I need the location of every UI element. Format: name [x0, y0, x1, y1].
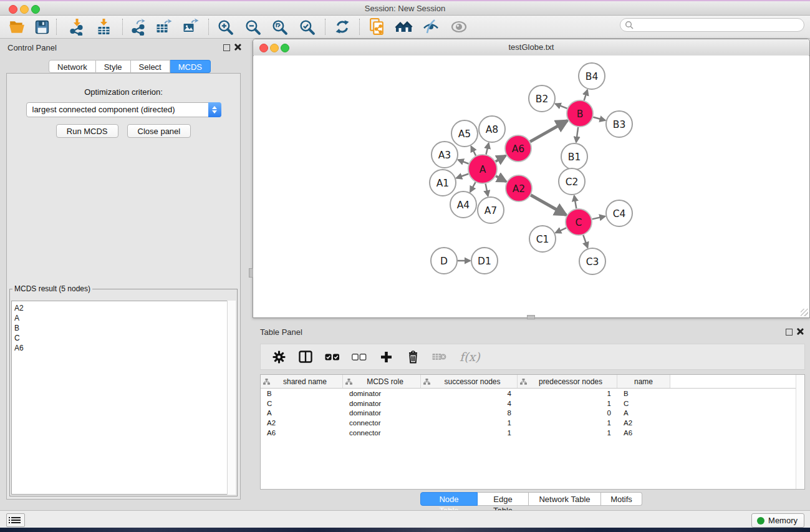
table-cell[interactable]: 4 [421, 390, 518, 397]
graph-edge[interactable] [458, 160, 469, 163]
table-cell[interactable]: A2 [617, 419, 670, 427]
save-session-icon[interactable] [30, 17, 54, 36]
network-canvas[interactable]: AA1A2A3A4A5A6A7A8BB1B2B3B4CC1C2C3C4DD1 [254, 56, 809, 317]
table-cell[interactable]: 1 [518, 390, 617, 397]
resize-gripper[interactable] [801, 309, 808, 316]
criterion-select[interactable]: largest connected component (directed) [26, 102, 221, 117]
import-table-icon[interactable] [92, 17, 115, 36]
mcds-result-list[interactable]: A2ABCA6 [11, 301, 236, 495]
zoom-fit-icon[interactable] [268, 17, 291, 36]
tab-select[interactable]: Select [131, 60, 170, 73]
table-cell[interactable]: 1 [518, 429, 617, 437]
graph-edge[interactable] [574, 196, 576, 209]
result-item[interactable]: A [14, 313, 235, 323]
table-row[interactable]: Bdominator41B [261, 389, 804, 399]
table-cell[interactable]: A [617, 409, 670, 417]
hide-selected-icon[interactable] [419, 17, 443, 36]
table-scrollbar[interactable] [796, 375, 804, 489]
column-header[interactable]: predecessor nodes [518, 375, 617, 388]
table-cell[interactable]: 1 [421, 429, 518, 437]
task-history-button[interactable] [6, 513, 25, 527]
table-cell[interactable]: 1 [421, 419, 518, 427]
run-mcds-button[interactable]: Run MCDS [56, 124, 118, 138]
tab-edge-table[interactable]: Edge Table [478, 492, 529, 506]
table-cell[interactable]: connector [343, 419, 421, 427]
node-table[interactable]: shared nameMCDS rolesuccessor nodesprede… [260, 374, 805, 490]
table-cell[interactable]: C [617, 400, 670, 407]
divider-grip-left[interactable] [249, 268, 253, 278]
tab-node-table[interactable]: Node Table [420, 492, 478, 506]
zoom-out-icon[interactable] [241, 17, 264, 36]
export-image-icon[interactable] [179, 17, 203, 36]
tab-network[interactable]: Network [49, 60, 96, 73]
graph-edge[interactable] [556, 228, 566, 233]
memory-button[interactable]: Memory [751, 513, 804, 528]
tab-style[interactable]: Style [96, 60, 131, 73]
table-row[interactable]: Adominator80A [261, 408, 804, 418]
home-view-icon[interactable] [392, 17, 416, 36]
table-cell[interactable]: 0 [518, 409, 617, 417]
column-header[interactable]: successor nodes [421, 375, 518, 388]
delete-table-icon[interactable] [432, 349, 448, 365]
export-network-icon[interactable] [126, 17, 150, 36]
table-cell[interactable]: 8 [421, 409, 518, 417]
graph-edge[interactable] [583, 235, 587, 248]
search-input[interactable] [634, 20, 804, 30]
graph-edge[interactable] [530, 120, 567, 142]
select-all-icon[interactable] [324, 349, 340, 365]
graph-edge[interactable] [576, 127, 578, 142]
column-header[interactable]: shared name [261, 375, 343, 388]
close-table-panel-icon[interactable] [796, 328, 803, 335]
table-cell[interactable]: A6 [617, 429, 670, 437]
table-cell[interactable]: A [261, 409, 343, 417]
graph-edge[interactable] [496, 156, 506, 162]
table-cell[interactable]: 1 [518, 419, 617, 427]
search-field[interactable] [620, 18, 804, 32]
table-cell[interactable]: dominator [343, 409, 421, 417]
zoom-in-icon[interactable] [213, 17, 237, 36]
table-cell[interactable]: dominator [343, 400, 421, 407]
divider-grip-bottom[interactable] [527, 315, 535, 319]
graph-edge[interactable] [496, 176, 506, 181]
table-cell[interactable]: B [617, 390, 670, 397]
delete-column-icon[interactable] [405, 349, 421, 365]
float-panel-icon[interactable] [223, 44, 230, 51]
add-column-icon[interactable] [378, 349, 394, 365]
graph-edge[interactable] [592, 216, 605, 220]
graph-edge[interactable] [584, 90, 587, 100]
result-item[interactable]: C [14, 333, 235, 343]
close-panel-button[interactable]: Close panel [127, 124, 191, 138]
network-graph[interactable]: AA1A2A3A4A5A6A7A8BB1B2B3B4CC1C2C3C4DD1 [254, 56, 809, 317]
close-panel-icon[interactable] [234, 44, 241, 51]
network-window-titlebar[interactable]: testGlobe.txt [253, 39, 809, 56]
tab-mcds[interactable]: MCDS [170, 60, 211, 73]
column-chooser-icon[interactable] [297, 349, 314, 365]
table-cell[interactable]: dominator [343, 390, 421, 397]
graph-edge[interactable] [471, 146, 476, 155]
result-item[interactable]: A2 [14, 303, 235, 313]
export-table-icon[interactable] [152, 17, 176, 36]
table-row[interactable]: A6connector11A6 [261, 428, 804, 438]
graph-edge[interactable] [470, 182, 476, 192]
table-cell[interactable]: A6 [261, 429, 343, 437]
result-item[interactable]: A6 [14, 343, 235, 353]
refresh-icon[interactable] [330, 17, 354, 36]
deselect-all-icon[interactable] [351, 349, 367, 365]
table-cell[interactable]: C [261, 400, 343, 407]
graph-edge[interactable] [486, 184, 488, 196]
graph-edge[interactable] [555, 104, 567, 109]
duplicate-network-icon[interactable] [365, 17, 389, 36]
tab-network-table[interactable]: Network Table [529, 492, 601, 506]
table-row[interactable]: A2connector11A2 [261, 418, 804, 428]
import-network-icon[interactable] [64, 17, 88, 36]
table-cell[interactable]: connector [343, 429, 421, 437]
open-session-icon[interactable] [5, 17, 29, 36]
result-item[interactable]: B [14, 323, 235, 333]
graph-edge[interactable] [531, 195, 566, 215]
float-table-panel-icon[interactable] [786, 329, 793, 336]
table-cell[interactable]: B [261, 390, 343, 397]
table-cell[interactable]: 1 [518, 400, 617, 407]
result-scrollbar[interactable] [227, 301, 236, 495]
graph-edge[interactable] [486, 143, 488, 154]
table-row[interactable]: Cdominator41C [261, 399, 804, 409]
